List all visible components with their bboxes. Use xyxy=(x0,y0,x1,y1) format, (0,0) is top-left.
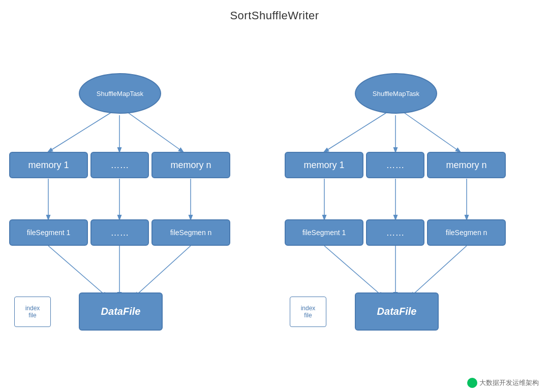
right-file-segment-n: fileSegmen n xyxy=(427,219,506,246)
watermark-text: 大数据开发运维架构 xyxy=(479,378,539,387)
watermark: 大数据开发运维架构 xyxy=(467,378,539,388)
left-file-segment-1: fileSegment 1 xyxy=(9,219,88,246)
svg-line-17 xyxy=(411,246,467,297)
page-title: SortShuffleWriter xyxy=(0,0,549,22)
right-file-segment-1: fileSegment 1 xyxy=(285,219,363,246)
right-memory-n: memory n xyxy=(427,152,506,178)
right-shuffle-map-task: ShuffleMapTask xyxy=(355,73,437,114)
left-file-segment-n: fileSegmen n xyxy=(151,219,230,246)
left-memory-dots: …… xyxy=(90,152,149,178)
svg-line-11 xyxy=(404,113,460,152)
svg-line-15 xyxy=(324,246,383,297)
connectors-svg xyxy=(0,22,549,392)
right-data-file: DataFile xyxy=(355,292,439,331)
svg-line-0 xyxy=(48,113,111,152)
svg-line-2 xyxy=(128,113,183,152)
svg-line-6 xyxy=(48,246,107,297)
left-data-file: DataFile xyxy=(79,292,163,331)
svg-line-9 xyxy=(324,113,386,152)
left-memory-n: memory n xyxy=(151,152,230,178)
left-index-file: index file xyxy=(14,297,51,327)
right-memory-dots: …… xyxy=(366,152,424,178)
right-index-file: index file xyxy=(290,297,326,327)
diagram-container: ShuffleMapTask memory 1 …… memory n file… xyxy=(0,22,549,392)
left-shuffle-map-task: ShuffleMapTask xyxy=(79,73,161,114)
left-file-segment-dots: …… xyxy=(90,219,149,246)
wm-icon xyxy=(467,378,477,388)
left-memory-1: memory 1 xyxy=(9,152,88,178)
right-memory-1: memory 1 xyxy=(285,152,363,178)
right-file-segment-dots: …… xyxy=(366,219,424,246)
svg-line-8 xyxy=(135,246,191,297)
